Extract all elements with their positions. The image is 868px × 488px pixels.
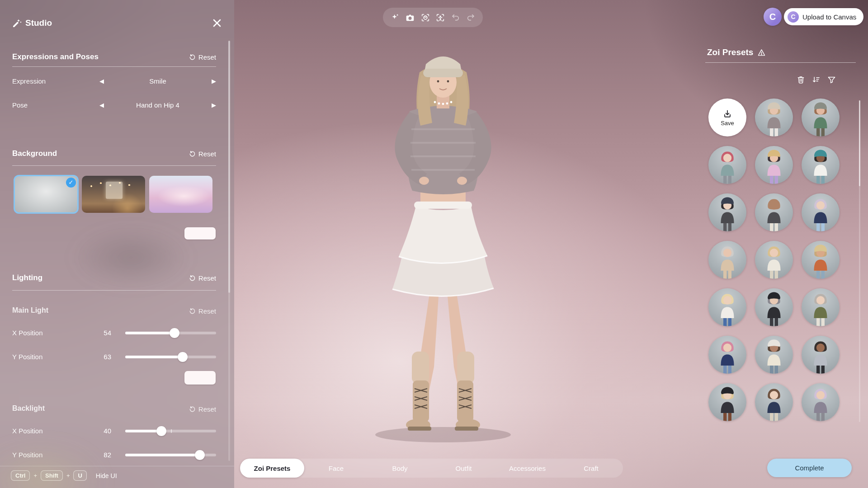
tab-body[interactable]: Body <box>368 459 432 478</box>
preset-grid: Save <box>708 99 860 421</box>
preset-item-green-jacket-cap[interactable] <box>802 99 840 136</box>
background-thumb-studio[interactable]: ✓ <box>14 176 78 213</box>
preset-item-headphones-cream-sweatshirt[interactable] <box>755 336 793 374</box>
preset-item-curly-blonde-white-jacket-blue-dress[interactable] <box>708 288 746 326</box>
slider-thumb[interactable] <box>178 352 188 362</box>
divider <box>705 62 856 63</box>
hide-ui-label: Hide UI <box>96 472 117 479</box>
slider-label: Y Position <box>12 352 42 362</box>
prev-pose-icon[interactable]: ◀ <box>99 100 104 111</box>
preset-item-straw-hat-lilac-dress[interactable] <box>755 146 793 184</box>
trash-icon[interactable] <box>796 75 806 84</box>
lighting-reset-button[interactable]: Reset <box>189 274 216 282</box>
backlight-x-slider[interactable] <box>125 426 216 436</box>
preset-item-gray-hair-military-jacket[interactable] <box>802 288 840 326</box>
main-light-y-slider[interactable] <box>125 352 216 362</box>
main-light-x-row: X Position 54 <box>0 328 234 338</box>
backlight-x-row: X Position 40 <box>0 426 234 436</box>
main-light-color-swatch[interactable] <box>184 371 216 385</box>
backlight-reset-button[interactable]: Reset <box>189 405 216 413</box>
next-pose-icon[interactable]: ▶ <box>212 100 216 111</box>
close-icon[interactable] <box>212 18 222 28</box>
presets-title: Zoi Presets <box>707 47 753 57</box>
tab-zoi-presets[interactable]: Zoi Presets <box>240 459 304 478</box>
main-light-x-slider[interactable] <box>125 328 216 338</box>
expression-label: Expression <box>12 76 46 87</box>
slider-thumb[interactable] <box>170 328 179 338</box>
prev-expression-icon[interactable]: ◀ <box>99 76 104 87</box>
preset-item-silver-pigtails-navy-crop[interactable] <box>802 193 840 231</box>
slider-fill <box>125 332 175 334</box>
divider <box>12 165 216 166</box>
canvas-logo-badge[interactable]: C <box>764 8 782 26</box>
backlight-y-slider[interactable] <box>125 450 216 460</box>
redo-icon[interactable] <box>466 13 476 23</box>
expressions-reset-button[interactable]: Reset <box>189 53 216 61</box>
save-preset-button[interactable]: Save <box>708 99 746 136</box>
body-capture-icon[interactable] <box>435 13 445 23</box>
slider-value: 40 <box>81 426 111 436</box>
background-thumbnails: ✓ ✓ ✓ <box>14 176 212 213</box>
preset-item-black-cap-leather-pants[interactable] <box>708 383 746 421</box>
camera-icon[interactable] <box>405 13 415 23</box>
slider-fill <box>125 356 183 358</box>
tab-accessories[interactable]: Accessories <box>495 459 559 478</box>
complete-button[interactable]: Complete <box>767 459 852 477</box>
pose-label: Pose <box>12 100 28 111</box>
preset-item-sequin-jacket-black-shorts[interactable] <box>802 336 840 374</box>
preset-item-navy-blazer-blue-shirt[interactable] <box>755 383 793 421</box>
presets-scrollbar[interactable] <box>859 100 860 422</box>
plus-sign: + <box>33 472 37 479</box>
reset-icon <box>189 54 196 61</box>
preset-item-blonde-white-cardigan[interactable] <box>755 241 793 279</box>
warning-triangle-icon[interactable] <box>757 48 766 57</box>
panel-scrollbar[interactable] <box>228 41 230 461</box>
scrollbar-thumb[interactable] <box>228 41 230 293</box>
preset-item-straw-hat-orange-jacket[interactable] <box>802 241 840 279</box>
slider-thumb[interactable] <box>195 450 205 460</box>
divider <box>12 66 216 67</box>
divider <box>12 290 216 291</box>
face-capture-icon[interactable] <box>420 13 430 23</box>
slider-label: X Position <box>12 426 43 436</box>
studio-app: Studio Expressions and Poses Reset Expre… <box>0 0 868 488</box>
slider-label: X Position <box>12 328 43 338</box>
expression-row: Expression ◀ Smile ▶ <box>0 76 234 87</box>
preset-item-sunglasses-windbreaker[interactable] <box>802 383 840 421</box>
sparkles-icon[interactable] <box>390 13 400 23</box>
tab-face[interactable]: Face <box>304 459 368 478</box>
preset-item-silver-hair-beige-dress[interactable] <box>708 241 746 279</box>
background-reset-button[interactable]: Reset <box>189 150 216 158</box>
canvas-logo-icon: C <box>788 11 799 23</box>
background-thumb-pink-sky[interactable]: ✓ <box>149 176 212 213</box>
undo-icon[interactable] <box>451 13 461 23</box>
lighting-section-title: Lighting <box>12 273 42 282</box>
preset-item-sunglasses-dark-bomber[interactable] <box>755 193 793 231</box>
scrollbar-thumb[interactable] <box>859 100 860 186</box>
backlight-title: Backlight <box>12 404 45 413</box>
reset-icon <box>189 308 196 314</box>
expressions-section-title: Expressions and Poses <box>12 52 99 61</box>
tab-outfit[interactable]: Outfit <box>432 459 495 478</box>
plus-sign: + <box>66 472 70 479</box>
background-thumb-cozy-room[interactable]: ✓ <box>82 176 145 213</box>
slider-thumb[interactable] <box>156 426 166 436</box>
filter-icon[interactable] <box>827 75 836 84</box>
slider-value: 63 <box>81 352 111 362</box>
next-expression-icon[interactable]: ▶ <box>212 76 216 87</box>
preset-item-black-beret-black-coat[interactable] <box>755 288 793 326</box>
preset-item-cap-layered-cardigan[interactable] <box>708 193 746 231</box>
shift-key: Shift <box>41 470 63 481</box>
panel-title: Studio <box>25 18 52 28</box>
background-color-swatch[interactable] <box>184 227 216 239</box>
preset-item-beige-beanie-knit-skirt[interactable] <box>755 99 793 136</box>
preset-item-pink-hair-colorblock-hoodie[interactable] <box>708 146 746 184</box>
upload-to-canvas-button[interactable]: C Upload to Canvas <box>784 8 863 25</box>
main-light-reset-button[interactable]: Reset <box>189 307 216 315</box>
expression-value: Smile <box>113 76 203 87</box>
preset-item-pink-hair-varsity-jacket[interactable] <box>708 336 746 374</box>
sort-descending-icon[interactable] <box>811 75 821 84</box>
preset-item-teal-beanie-white-tee[interactable] <box>802 146 840 184</box>
tab-craft[interactable]: Craft <box>559 459 623 478</box>
character-model[interactable] <box>366 43 520 446</box>
